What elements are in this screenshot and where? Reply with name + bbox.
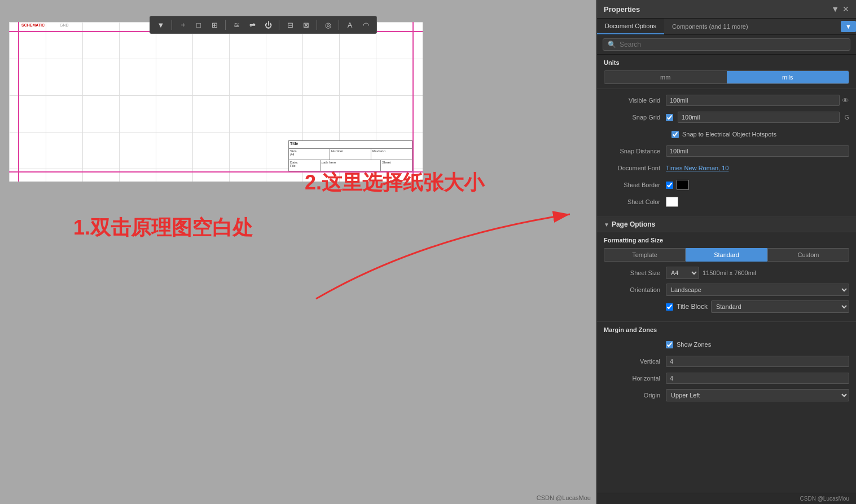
horizontal-input[interactable] xyxy=(666,373,849,384)
snap-distance-label: Snap Distance xyxy=(604,148,666,154)
schematic-sublabel: GND xyxy=(60,23,69,27)
net-icon[interactable]: ≋ xyxy=(230,19,243,31)
snap-hotspots-row: Snap to Electrical Object Hotspots xyxy=(671,127,849,141)
snap-distance-input[interactable] xyxy=(666,145,849,157)
sheet-border-controls xyxy=(666,180,689,190)
tab-components[interactable]: Components (and 11 more) xyxy=(664,19,756,34)
orientation-select[interactable]: Landscape Portrait xyxy=(666,284,849,296)
document-font-label: Document Font xyxy=(604,165,666,171)
close-icon[interactable]: ✕ xyxy=(842,5,849,14)
origin-row: Origin Upper Left Upper Right Lower Left… xyxy=(604,388,849,402)
panel-header: Properties ▼ ✕ xyxy=(597,0,856,19)
bus2-icon[interactable]: ⊠ xyxy=(300,19,312,31)
grid-section: Visible Grid 👁 Snap Grid G xyxy=(597,89,856,217)
tb-cell-revision: Revision xyxy=(371,149,412,160)
title-block-controls: Title Block Standard None xyxy=(666,300,849,313)
show-zones-checkbox[interactable] xyxy=(666,341,673,348)
snap-grid-input[interactable] xyxy=(678,112,840,123)
snap-grid-input-group: G xyxy=(666,112,849,123)
orientation-row: Orientation Landscape Portrait xyxy=(604,283,849,297)
snap-grid-checkbox[interactable] xyxy=(666,114,673,121)
power-icon[interactable]: ⏻ xyxy=(262,19,274,31)
snap-grid-row: Snap Grid G xyxy=(604,110,849,124)
visible-grid-input[interactable] xyxy=(666,95,840,106)
snap-distance-row: Snap Distance xyxy=(604,144,849,158)
page-options-header[interactable]: ▼ Page Options xyxy=(597,217,856,232)
format-tab-standard[interactable]: Standard xyxy=(686,248,767,262)
snap-hotspots-checkbox-row: Snap to Electrical Object Hotspots xyxy=(671,131,776,138)
schematic-sheet: SCHEMATIC GND Title SizeA4 Number Revisi… xyxy=(8,21,423,182)
flip-h-icon[interactable]: ⇌ xyxy=(246,19,258,31)
snap-grid-checkbox-row xyxy=(666,114,673,121)
canvas-area[interactable]: ▼ ＋ □ ⊞ ≋ ⇌ ⏻ ⊟ ⊠ ◎ A ◠ SCHEMATIC GND xyxy=(0,0,596,504)
arc-icon[interactable]: ◠ xyxy=(359,19,372,31)
panel-title: Properties xyxy=(604,5,640,14)
border-right xyxy=(412,22,423,182)
title-block-row: Title Block Standard None xyxy=(604,300,849,313)
place-part-icon[interactable]: ⊞ xyxy=(208,19,221,31)
title-block-checkbox[interactable] xyxy=(666,303,673,311)
horizontal-row: Horizontal xyxy=(604,372,849,385)
bus-icon[interactable]: ⊟ xyxy=(284,19,296,31)
document-font-link[interactable]: Times New Roman, 10 xyxy=(666,165,728,171)
filter-button[interactable]: ▼ xyxy=(841,21,856,32)
filter-icon[interactable]: ▼ xyxy=(155,19,167,31)
unit-mils-button[interactable]: mils xyxy=(727,71,849,83)
vertical-input[interactable] xyxy=(666,356,849,367)
units-row: mm mils xyxy=(604,70,849,84)
toolbar: ▼ ＋ □ ⊞ ≋ ⇌ ⏻ ⊟ ⊠ ◎ A ◠ xyxy=(150,16,377,34)
sheet-size-label: Sheet Size xyxy=(604,269,666,276)
format-tab-template[interactable]: Template xyxy=(604,248,686,262)
tb-title-text: Title xyxy=(289,141,412,149)
toolbar-separator2 xyxy=(225,20,226,30)
document-font-row: Document Font Times New Roman, 10 xyxy=(604,161,849,175)
sheet-border-checkbox[interactable] xyxy=(666,182,673,189)
panel-footer: CSDN @LucasMou xyxy=(597,493,856,504)
snap-hotspots-label: Snap to Electrical Object Hotspots xyxy=(682,131,776,138)
title-block: Title SizeA4 Number Revision Date: File:… xyxy=(288,140,412,171)
title-block-select[interactable]: Standard None xyxy=(711,300,849,313)
visible-grid-label: Visible Grid xyxy=(604,97,666,104)
tab-document-options[interactable]: Document Options xyxy=(597,19,664,34)
panel-header-icons: ▼ ✕ xyxy=(831,5,849,14)
origin-label: Origin xyxy=(604,392,666,399)
sheet-size-select[interactable]: A4 A3 A2 A1 A0 Letter xyxy=(666,267,699,279)
canvas-footer: CSDN @LucasMou xyxy=(537,494,591,501)
text-icon[interactable]: A xyxy=(344,19,356,31)
horizontal-label: Horizontal xyxy=(604,375,666,382)
vertical-label: Vertical xyxy=(604,358,666,365)
snap-hotspots-checkbox[interactable] xyxy=(671,131,679,138)
visible-grid-row: Visible Grid 👁 xyxy=(604,94,849,107)
sheet-border-color[interactable] xyxy=(677,180,689,190)
sheet-color-row: Sheet Color xyxy=(604,195,849,209)
panel-content[interactable]: Units mm mils Visible Grid 👁 Snap Grid xyxy=(597,55,856,493)
plus-icon[interactable]: ＋ xyxy=(177,19,189,31)
tb-cell-number: Number xyxy=(330,149,371,160)
margin-zones-label: Margin and Zones xyxy=(604,326,849,333)
units-section: Units mm mils xyxy=(597,55,856,89)
sheet-size-row: Sheet Size A4 A3 A2 A1 A0 Letter 11500mi… xyxy=(604,266,849,280)
toolbar-separator4 xyxy=(317,20,317,30)
unit-mm-button[interactable]: mm xyxy=(604,71,727,83)
formatting-section: Formatting and Size Template Standard Cu… xyxy=(597,232,856,322)
vertical-row: Vertical xyxy=(604,355,849,368)
panel-tabs: Document Options Components (and 11 more… xyxy=(597,19,856,35)
search-section: 🔍 xyxy=(597,35,856,55)
schematic-label: SCHEMATIC xyxy=(21,23,45,27)
rect-icon[interactable]: □ xyxy=(192,19,205,31)
sheet-color-swatch[interactable] xyxy=(666,197,678,207)
snap-grid-label: Snap Grid xyxy=(604,114,666,121)
circle-icon[interactable]: ◎ xyxy=(322,19,334,31)
pin-icon[interactable]: ▼ xyxy=(831,5,839,14)
properties-panel: Properties ▼ ✕ Document Options Componen… xyxy=(596,0,856,504)
show-zones-checkbox-row: Show Zones xyxy=(666,341,711,348)
eye-icon[interactable]: 👁 xyxy=(842,96,849,105)
origin-select[interactable]: Upper Left Upper Right Lower Left Lower … xyxy=(666,389,849,401)
page-options-label: Page Options xyxy=(612,220,655,228)
title-block-label: Title Block xyxy=(677,303,708,311)
search-input[interactable] xyxy=(620,41,845,48)
border-left xyxy=(9,22,19,182)
annotation-text-2: 2.这里选择纸张大小 xyxy=(305,169,484,197)
margin-section: Margin and Zones Show Zones Vertical Hor… xyxy=(597,322,856,410)
format-tab-custom[interactable]: Custom xyxy=(767,248,849,262)
